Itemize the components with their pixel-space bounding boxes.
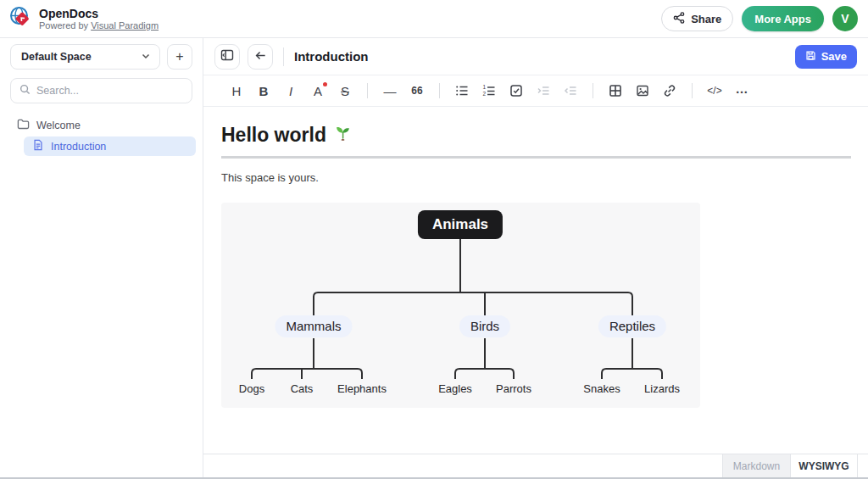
diagram-leaf-parrots: Parrots: [496, 382, 531, 395]
chevron-down-icon: [141, 51, 151, 64]
space-selector[interactable]: Default Space: [10, 44, 160, 70]
share-icon: [673, 12, 685, 26]
page-tree: Welcome Introduction: [0, 115, 203, 156]
visual-paradigm-link[interactable]: Visual Paradigm: [91, 20, 159, 31]
sidebar-item-welcome[interactable]: Welcome: [0, 115, 203, 135]
diagram-leaf-dogs: Dogs: [239, 382, 264, 395]
opendocs-app: OpenDocs Powered by Visual Paradigm Shar…: [0, 0, 868, 479]
document-heading: Hello world: [221, 124, 851, 159]
more-apps-button[interactable]: More Apps: [742, 6, 824, 31]
bullet-list-button[interactable]: [449, 79, 475, 103]
editor-titlebar: Introduction Save: [203, 38, 868, 75]
search-icon: [19, 83, 31, 98]
diagram-leaf-lizards: Lizards: [644, 382, 680, 395]
toolbar-divider: [593, 83, 593, 98]
bullet-list-icon: [455, 84, 469, 97]
strikethrough-button[interactable]: S: [332, 79, 358, 103]
diagram-node-root: Animals: [418, 210, 503, 239]
save-icon: [805, 50, 816, 64]
toggle-sidebar-button[interactable]: [214, 44, 240, 70]
diagram-leaf-elephants: Elephants: [337, 382, 387, 395]
search-box[interactable]: [10, 78, 192, 103]
diagram-node-reptiles: Reptiles: [598, 315, 666, 337]
editor-pane: Introduction Save H B I A S —: [203, 38, 868, 477]
editor-bottombar: Markdown WYSIWYG: [203, 454, 868, 477]
space-row: Default Space +: [0, 44, 203, 70]
outdent-icon: [564, 84, 577, 97]
indent-icon: [537, 84, 550, 97]
image-icon: [636, 84, 649, 97]
arrow-left-icon: [254, 49, 267, 64]
brand-text: OpenDocs Powered by Visual Paradigm: [39, 7, 159, 31]
toolbar-divider: [439, 83, 440, 98]
toolbar-divider: [367, 83, 368, 98]
task-list-button[interactable]: [504, 79, 529, 103]
diagram-leaf-eagles: Eagles: [438, 382, 472, 395]
heading-button[interactable]: H: [224, 79, 249, 103]
outdent-button[interactable]: [558, 79, 583, 103]
code-icon: </>: [707, 85, 721, 97]
indent-button[interactable]: [531, 79, 556, 103]
animals-tree-diagram: Animals Mammals Birds Reptiles Dogs Cats…: [221, 203, 700, 408]
link-button[interactable]: [657, 79, 682, 103]
file-icon: [32, 139, 44, 153]
task-list-icon: [509, 84, 523, 97]
ordered-list-icon: 1 2: [482, 84, 496, 97]
app-title: OpenDocs: [39, 7, 159, 20]
back-button[interactable]: [248, 44, 273, 70]
seedling-emoji: [334, 124, 352, 147]
header-actions: Share More Apps V: [661, 6, 858, 31]
app-header: OpenDocs Powered by Visual Paradigm Shar…: [0, 0, 868, 38]
bold-button[interactable]: B: [251, 79, 276, 103]
code-button[interactable]: </>: [702, 79, 727, 103]
table-button[interactable]: [603, 79, 628, 103]
svg-text:1: 1: [483, 84, 487, 90]
italic-button[interactable]: I: [278, 79, 303, 103]
red-dot-icon: [323, 82, 327, 86]
text-color-button[interactable]: A: [305, 79, 331, 103]
link-icon: [663, 84, 676, 97]
svg-text:2: 2: [483, 91, 487, 97]
table-icon: [609, 84, 622, 97]
document-content[interactable]: Hello world This space is yours.: [203, 107, 868, 454]
titlebar-divider: [283, 47, 284, 66]
document-paragraph: This space is yours.: [221, 171, 851, 184]
tree-item-label: Introduction: [51, 141, 106, 153]
opendocs-logo-icon: [8, 5, 32, 32]
diagram-node-birds: Birds: [459, 315, 510, 337]
more-tools-button[interactable]: …: [729, 79, 754, 103]
save-button[interactable]: Save: [795, 45, 857, 69]
sidebar-item-introduction[interactable]: Introduction: [24, 136, 196, 156]
ellipsis-icon: …: [736, 81, 748, 96]
sidebar: Default Space +: [0, 38, 203, 477]
image-button[interactable]: [630, 79, 655, 103]
panel-toggle-icon: [220, 48, 234, 64]
ordered-list-button[interactable]: 1 2: [476, 79, 502, 103]
diagram-leaf-cats: Cats: [291, 382, 314, 395]
main-area: Default Space +: [0, 38, 868, 477]
search-input[interactable]: [36, 85, 183, 97]
share-button[interactable]: Share: [661, 6, 733, 31]
formatting-toolbar: H B I A S — 66 1 2: [203, 75, 868, 107]
page-title: Introduction: [294, 49, 787, 64]
app-subtitle: Powered by Visual Paradigm: [39, 20, 159, 31]
avatar[interactable]: V: [832, 6, 858, 31]
add-space-button[interactable]: +: [167, 44, 192, 70]
tree-item-label: Welcome: [36, 120, 81, 131]
tab-wysiwyg[interactable]: WYSIWYG: [790, 454, 858, 477]
horizontal-rule-button[interactable]: —: [377, 79, 403, 103]
diagram-node-mammals: Mammals: [275, 315, 352, 337]
folder-icon: [17, 118, 30, 133]
blockquote-button[interactable]: 66: [404, 79, 430, 103]
brand: OpenDocs Powered by Visual Paradigm: [8, 5, 159, 32]
diagram-leaf-snakes: Snakes: [583, 382, 620, 395]
tab-markdown[interactable]: Markdown: [722, 454, 790, 477]
toolbar-divider: [692, 83, 693, 98]
